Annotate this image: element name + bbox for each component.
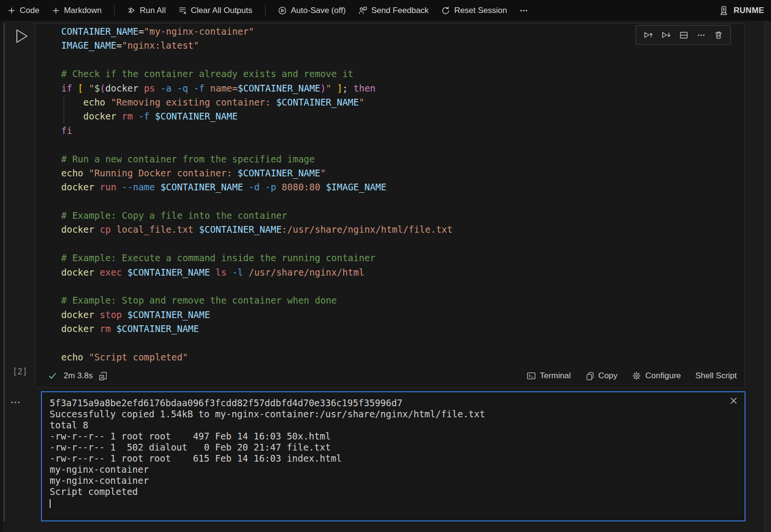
play-icon: [14, 28, 29, 44]
output-line: total 8: [50, 420, 737, 431]
output-menu-button[interactable]: [11, 400, 20, 405]
ellipsis-icon: [11, 400, 20, 405]
code-line: [61, 53, 744, 67]
code-line: # Example: Copy a file into the containe…: [61, 209, 744, 223]
execute-below-icon: [661, 30, 671, 40]
code-line: docker run --name $CONTAINER_NAME -d -p …: [61, 180, 744, 194]
open-stats-button[interactable]: [99, 372, 108, 381]
configure-label: Configure: [645, 371, 681, 381]
code-line: docker rm $CONTAINER_NAME: [61, 322, 744, 336]
execution-count: [2]: [13, 367, 27, 376]
copy-button[interactable]: Copy: [585, 371, 618, 381]
code-line: [61, 195, 744, 209]
close-icon: [729, 396, 738, 405]
output-line: Script completed: [50, 486, 737, 497]
code-line: docker stop $CONTAINER_NAME: [61, 308, 744, 322]
code-line: [61, 237, 744, 251]
toolbar-more-button[interactable]: [519, 6, 528, 15]
code-line: [61, 138, 744, 152]
copy-icon: [585, 372, 595, 381]
cell-toolbar: [636, 25, 731, 45]
output-cursor-line: [50, 497, 737, 508]
runme-logo-icon: [719, 6, 729, 15]
clear-all-outputs-button[interactable]: Clear All Outputs: [178, 6, 253, 15]
plus-icon: [8, 7, 15, 14]
output-line: Successfully copied 1.54kB to my-nginx-c…: [50, 409, 737, 420]
output-line: 5f3a715a9a8be2efd6176bdaa096f3fcdd82f57d…: [50, 398, 737, 409]
code-line: # Example: Stop and remove the container…: [61, 293, 744, 307]
add-code-label: Code: [20, 6, 40, 15]
code-line: [61, 336, 744, 350]
output-line: -rw-r--r-- 1 502 dialout 0 Feb 20 21:47 …: [50, 442, 737, 453]
code-line: docker exec $CONTAINER_NAME ls -l /usr/s…: [61, 266, 744, 279]
run-all-button[interactable]: Run All: [127, 6, 166, 15]
code-line: echo "Removing existing container: $CONT…: [61, 95, 744, 109]
cell-status-right: Terminal Copy Configure Shell Script: [527, 371, 737, 381]
output-line: my-nginx-container: [50, 464, 737, 475]
run-all-label: Run All: [140, 6, 166, 15]
terminal-icon: [527, 372, 536, 381]
toolbar-separator: [114, 5, 115, 16]
send-feedback-label: Send Feedback: [372, 6, 429, 15]
cell-status-bar: 2m 3.8s Terminal Copy Configure Sh: [35, 364, 744, 387]
close-output-button[interactable]: [729, 396, 738, 405]
code-cell: CONTAINER_NAME="my-nginx-container"IMAGE…: [35, 23, 745, 388]
output-line: -rw-r--r-- 1 root root 615 Feb 14 16:03 …: [50, 453, 737, 464]
clear-all-outputs-label: Clear All Outputs: [191, 6, 253, 15]
send-feedback-button[interactable]: Send Feedback: [359, 6, 429, 15]
language-picker[interactable]: Shell Script: [695, 371, 737, 381]
copy-label: Copy: [598, 371, 618, 381]
more-icon: [696, 30, 706, 40]
cell-more-button[interactable]: [696, 30, 706, 40]
feedback-icon: [359, 6, 367, 15]
execute-cell-button[interactable]: [14, 28, 29, 44]
gear-icon: [632, 371, 641, 381]
terminal-label: Terminal: [540, 371, 571, 381]
run-all-icon: [127, 6, 135, 14]
code-line: echo "Script completed": [61, 350, 744, 364]
reset-session-button[interactable]: Reset Session: [441, 6, 507, 15]
runme-brand-label: RUNME: [733, 6, 764, 15]
cell-focus-bar: [3, 23, 5, 521]
delete-cell-button[interactable]: [714, 30, 723, 40]
auto-save-toggle[interactable]: Auto-Save (off): [278, 6, 346, 15]
scrollbar-track[interactable]: [764, 21, 771, 532]
output-line: my-nginx-container: [50, 475, 737, 486]
trash-icon: [714, 30, 723, 40]
notebook-toolbar: Code Markdown Run All Clear All Outputs …: [0, 0, 771, 21]
code-line: # Check if the container already exists …: [61, 67, 744, 81]
execution-duration: 2m 3.8s: [64, 371, 93, 381]
code-line: # Run a new container from the specified…: [61, 152, 744, 166]
output-lines: 5f3a715a9a8be2efd6176bdaa096f3fcdd82f57d…: [50, 398, 737, 508]
auto-save-label: Auto-Save (off): [291, 6, 346, 15]
execute-below-button[interactable]: [661, 30, 671, 40]
code-editor[interactable]: CONTAINER_NAME="my-nginx-container"IMAGE…: [35, 25, 744, 364]
terminal-button[interactable]: Terminal: [527, 371, 571, 381]
code-line: [61, 279, 744, 293]
success-check-icon: [48, 371, 57, 381]
reset-session-label: Reset Session: [454, 6, 507, 15]
code-line: docker cp local_file.txt $CONTAINER_NAME…: [61, 223, 744, 237]
reset-session-icon: [441, 6, 450, 15]
split-cell-icon: [679, 30, 689, 40]
auto-save-icon: [278, 6, 287, 15]
add-markdown-label: Markdown: [64, 6, 102, 15]
split-cell-button[interactable]: [679, 30, 689, 40]
runme-brand: RUNME: [719, 6, 764, 15]
language-label: Shell Script: [695, 371, 737, 381]
add-markdown-button[interactable]: Markdown: [52, 6, 102, 15]
terminal-cursor: [50, 499, 51, 508]
execute-above-button[interactable]: [643, 30, 653, 40]
code-line: echo "Running Docker container: $CONTAIN…: [61, 166, 744, 180]
output-terminal[interactable]: 5f3a715a9a8be2efd6176bdaa096f3fcdd82f57d…: [41, 391, 745, 521]
more-icon: [519, 6, 528, 15]
plus-icon: [52, 7, 60, 14]
code-line: # Example: Execute a command inside the …: [61, 251, 744, 265]
execute-above-icon: [643, 30, 653, 40]
configure-button[interactable]: Configure: [632, 371, 681, 381]
export-stats-icon: [99, 372, 108, 381]
left-edge: [0, 21, 3, 532]
toolbar-separator: [265, 5, 266, 16]
add-code-button[interactable]: Code: [8, 6, 40, 15]
code-line: if [ "$(docker ps -a -q -f name=$CONTAIN…: [61, 81, 744, 95]
